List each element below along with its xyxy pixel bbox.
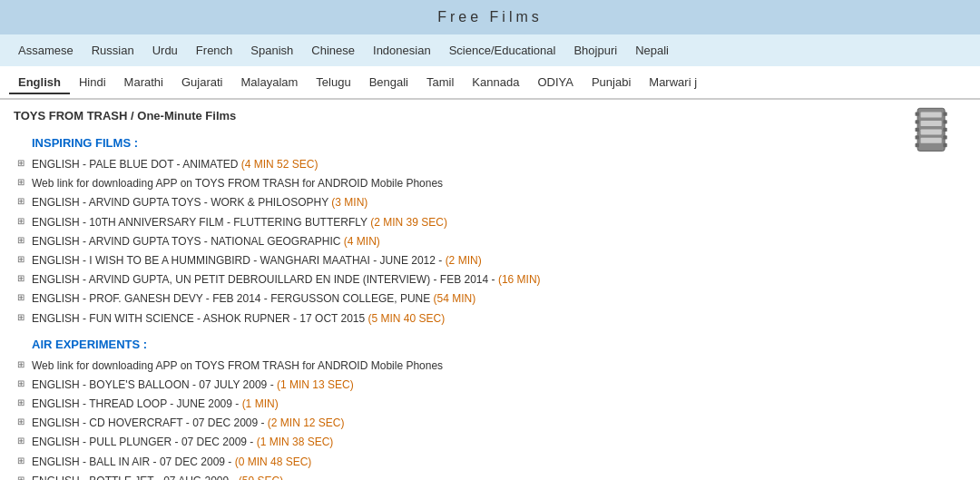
list-item: ENGLISH - 10TH ANNIVERSARY FILM - FLUTTE… [14,213,966,232]
main-content: TOYS FROM TRASH / One-Minute Films INSPI… [0,100,980,480]
svg-rect-13 [943,135,946,139]
list-item: ENGLISH - PROF. GANESH DEVY - FEB 2014 -… [14,289,966,309]
svg-rect-6 [916,120,919,123]
duration-badge: (2 MIN 12 SEC) [268,416,345,429]
svg-rect-2 [921,121,942,126]
nav2-item-english[interactable]: English [9,72,70,94]
list-item: ENGLISH - THREAD LOOP - JUNE 2009 - (1 M… [14,395,966,414]
svg-rect-11 [943,120,946,123]
duration-badge: (54 MIN) [434,292,476,305]
list-item: ENGLISH - BALL IN AIR - 07 DEC 2009 - (0… [14,453,966,472]
nav1-item-urdu[interactable]: Urdu [143,40,187,61]
nav1-item-chinese[interactable]: Chinese [302,40,364,61]
film-list: ENGLISH - PALE BLUE DOT - ANIMATED (4 MI… [14,155,966,328]
duration-badge: (2 MIN) [446,254,482,267]
duration-badge: (4 MIN 52 SEC) [241,158,318,171]
duration-badge: (4 MIN) [344,235,380,248]
section-title: INSPIRING FILMS : [32,136,966,150]
nav2-item-kannada[interactable]: Kannada [463,72,528,93]
section-title: AIR EXPERIMENTS : [32,338,966,351]
duration-badge: (59 SEC) [239,475,283,480]
list-item: ENGLISH - ARVIND GUPTA TOYS - NATIONAL G… [14,232,966,251]
list-item: ENGLISH - BOYLE'S BALLOON - 07 JULY 2009… [14,376,966,395]
nav1-item-bhojpuri[interactable]: Bhojpuri [564,40,626,61]
duration-badge: (16 MIN) [498,273,541,286]
duration-badge: (1 MIN 38 SEC) [257,436,334,448]
sections-container: INSPIRING FILMS :ENGLISH - PALE BLUE DOT… [14,136,966,480]
list-item: ENGLISH - ARVIND GUPTA TOYS - WORK & PHI… [14,193,966,212]
nav2-item-tamil[interactable]: Tamil [417,72,463,93]
list-item: ENGLISH - PALE BLUE DOT - ANIMATED (4 MI… [14,155,966,174]
duration-badge: (1 MIN 13 SEC) [277,378,354,391]
svg-rect-4 [921,138,942,143]
list-item: ENGLISH - FUN WITH SCIENCE - ASHOK RUPNE… [14,309,966,328]
svg-rect-8 [916,135,919,139]
nav1-item-french[interactable]: French [187,40,241,61]
duration-badge: (1 MIN) [242,397,279,410]
svg-rect-7 [916,128,919,132]
nav1-item-assamese[interactable]: Assamese [9,40,83,61]
page-title: TOYS FROM TRASH / One-Minute Films [14,109,966,122]
site-header: Free Films [0,0,980,34]
nav1-item-spanish[interactable]: Spanish [241,40,302,61]
duration-badge: (0 MIN 48 SEC) [235,456,312,468]
nav2-item-telugu[interactable]: Telugu [307,72,359,93]
nav2-item-punjabi[interactable]: Punjabi [583,72,640,93]
nav1-item-russian[interactable]: Russian [83,40,143,61]
list-item: ENGLISH - I WISH TO BE A HUMMINGBIRD - W… [14,251,966,270]
list-item: ENGLISH - BOTTLE JET - 07 AUG 2009 - (59… [14,472,966,480]
list-item: ENGLISH - ARVIND GUPTA, UN PETIT DEBROUI… [14,270,966,289]
list-item: ENGLISH - CD HOVERCRAFT - 07 DEC 2009 - … [14,414,966,433]
list-item[interactable]: Web link for downloading APP on TOYS FRO… [14,357,966,376]
duration-badge: (2 MIN 39 SEC) [370,216,447,229]
film-list: Web link for downloading APP on TOYS FRO… [14,357,966,480]
svg-rect-12 [943,128,946,132]
site-title: Free Films [437,9,543,24]
nav2-item-odiya[interactable]: ODIYA [528,72,583,93]
list-item[interactable]: Web link for downloading APP on TOYS FRO… [14,174,966,193]
nav2-item-marwari-j[interactable]: Marwari j [640,72,706,93]
duration-badge: (3 MIN) [331,196,368,209]
nav1-item-nepali[interactable]: Nepali [626,40,678,61]
svg-rect-10 [943,113,946,116]
list-item: ENGLISH - PULL PLUNGER - 07 DEC 2009 - (… [14,433,966,452]
duration-badge: (5 MIN 40 SEC) [368,312,446,325]
svg-rect-3 [921,129,942,134]
nav1-item-science-educational[interactable]: Science/Educational [440,40,565,61]
svg-rect-14 [943,143,946,147]
nav2-item-malayalam[interactable]: Malayalam [231,72,307,93]
svg-rect-1 [921,113,942,118]
nav2-item-hindi[interactable]: Hindi [70,72,115,93]
nav2-item-marathi[interactable]: Marathi [115,72,172,93]
film-reel-icon [907,104,962,159]
nav2-item-gujarati[interactable]: Gujarati [172,72,232,93]
language-nav-bar-2: EnglishHindiMarathiGujaratiMalayalamTelu… [0,66,980,100]
svg-rect-5 [916,113,919,116]
nav1-item-indonesian[interactable]: Indonesian [364,40,440,61]
language-nav-bar: AssameseRussianUrduFrenchSpanishChineseI… [0,34,980,66]
svg-rect-9 [916,143,919,147]
nav2-item-bengali[interactable]: Bengali [360,72,417,93]
